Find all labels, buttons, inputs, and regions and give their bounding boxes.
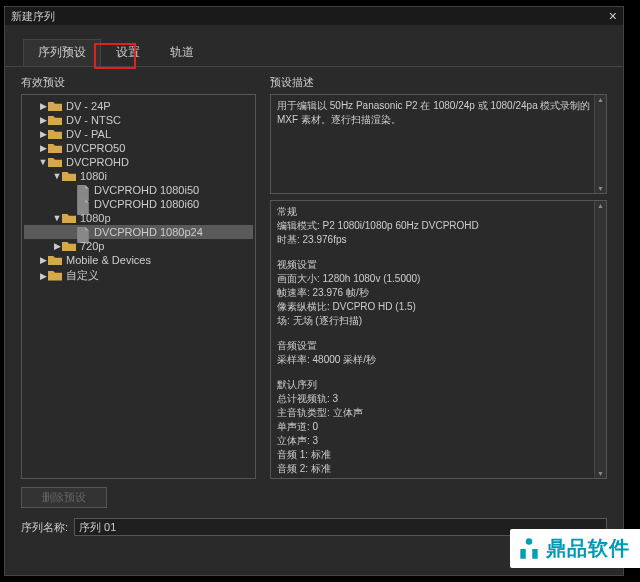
watermark-text: 鼎品软件 xyxy=(546,535,630,562)
chevron-right-icon: ▶ xyxy=(38,101,48,111)
close-icon[interactable]: × xyxy=(609,8,617,24)
chevron-right-icon: ▶ xyxy=(38,255,48,265)
tree-item-label: 自定义 xyxy=(66,268,99,283)
tab-settings[interactable]: 设置 xyxy=(101,39,155,66)
folder-icon xyxy=(62,213,76,224)
tree-item-dv---pal[interactable]: ▶DV - PAL xyxy=(24,127,253,141)
folder-icon xyxy=(48,143,62,154)
folder-icon xyxy=(48,101,62,112)
titlebar: 新建序列 × xyxy=(5,7,623,25)
preset-icon xyxy=(76,185,90,196)
content-area: 有效预设 ▶DV - 24P▶DV - NTSC▶DV - PAL▶DVCPRO… xyxy=(5,67,623,487)
new-sequence-dialog: 新建序列 × 序列预设 设置 轨道 有效预设 ▶DV - 24P▶DV - NT… xyxy=(4,6,624,576)
tree-item-label: Mobile & Devices xyxy=(66,254,151,266)
tree-item-label: DVCPROHD 1080i60 xyxy=(94,198,199,210)
chevron-down-icon: ▼ xyxy=(52,171,62,181)
tree-item-720p[interactable]: ▶720p xyxy=(24,239,253,253)
chevron-right-icon: ▶ xyxy=(38,143,48,153)
chevron-right-icon: ▶ xyxy=(38,115,48,125)
tab-bar: 序列预设 设置 轨道 xyxy=(5,25,623,67)
tree-item-label: DV - 24P xyxy=(66,100,111,112)
tree-item-dvcprohd-1080i60[interactable]: DVCPROHD 1080i60 xyxy=(24,197,253,211)
tree-item-label: 1080p xyxy=(80,212,111,224)
preset-desc-detail: 常规 编辑模式: P2 1080i/1080p 60Hz DVCPROHD 时基… xyxy=(270,200,607,479)
tree-item-1080i[interactable]: ▼1080i xyxy=(24,169,253,183)
tree-item-label: DV - NTSC xyxy=(66,114,121,126)
tree-item-dvcprohd-1080i50[interactable]: DVCPROHD 1080i50 xyxy=(24,183,253,197)
chevron-right-icon: ▶ xyxy=(38,129,48,139)
svg-rect-1 xyxy=(520,549,525,559)
watermark: 鼎品软件 xyxy=(510,529,640,568)
folder-icon xyxy=(48,115,62,126)
preset-icon xyxy=(76,199,90,210)
preset-icon xyxy=(76,227,90,238)
tab-preset[interactable]: 序列预设 xyxy=(23,39,101,66)
tab-tracks[interactable]: 轨道 xyxy=(155,39,209,66)
tree-item-1080p[interactable]: ▼1080p xyxy=(24,211,253,225)
preset-desc-summary: 用于编辑以 50Hz Panasonic P2 在 1080/24p 或 108… xyxy=(270,94,607,194)
folder-icon xyxy=(62,241,76,252)
preset-list-label: 有效预设 xyxy=(21,75,256,90)
tree-item-dvcpro50[interactable]: ▶DVCPRO50 xyxy=(24,141,253,155)
delete-preset-button[interactable]: 删除预设 xyxy=(21,487,107,508)
scrollbar[interactable] xyxy=(594,201,606,478)
chevron-down-icon: ▼ xyxy=(52,213,62,223)
chevron-right-icon: ▶ xyxy=(38,271,48,281)
folder-icon xyxy=(48,255,62,266)
chevron-right-icon: ▶ xyxy=(52,241,62,251)
scrollbar[interactable] xyxy=(594,95,606,193)
watermark-icon xyxy=(516,536,542,562)
preset-tree[interactable]: ▶DV - 24P▶DV - NTSC▶DV - PAL▶DVCPRO50▼DV… xyxy=(21,94,256,479)
folder-icon xyxy=(48,270,62,281)
tree-item-label: DVCPROHD 1080p24 xyxy=(94,226,203,238)
tree-item-label: DV - PAL xyxy=(66,128,111,140)
folder-icon xyxy=(62,171,76,182)
dialog-title: 新建序列 xyxy=(11,9,55,24)
sequence-name-label: 序列名称: xyxy=(21,520,68,535)
tree-item-label: DVCPRO50 xyxy=(66,142,125,154)
chevron-down-icon: ▼ xyxy=(38,157,48,167)
tree-item-自定义[interactable]: ▶自定义 xyxy=(24,267,253,284)
tree-item-dvcprohd-1080p24[interactable]: DVCPROHD 1080p24 xyxy=(24,225,253,239)
svg-point-0 xyxy=(526,538,533,545)
folder-icon xyxy=(48,129,62,140)
tree-item-label: 1080i xyxy=(80,170,107,182)
tree-item-dv---ntsc[interactable]: ▶DV - NTSC xyxy=(24,113,253,127)
tree-item-mobile-&-devices[interactable]: ▶Mobile & Devices xyxy=(24,253,253,267)
tree-item-label: DVCPROHD xyxy=(66,156,129,168)
tree-item-label: 720p xyxy=(80,240,104,252)
folder-icon xyxy=(48,157,62,168)
tree-item-label: DVCPROHD 1080i50 xyxy=(94,184,199,196)
tree-item-dvcprohd[interactable]: ▼DVCPROHD xyxy=(24,155,253,169)
tree-item-dv---24p[interactable]: ▶DV - 24P xyxy=(24,99,253,113)
preset-desc-label: 预设描述 xyxy=(270,75,607,90)
svg-rect-2 xyxy=(532,549,537,559)
